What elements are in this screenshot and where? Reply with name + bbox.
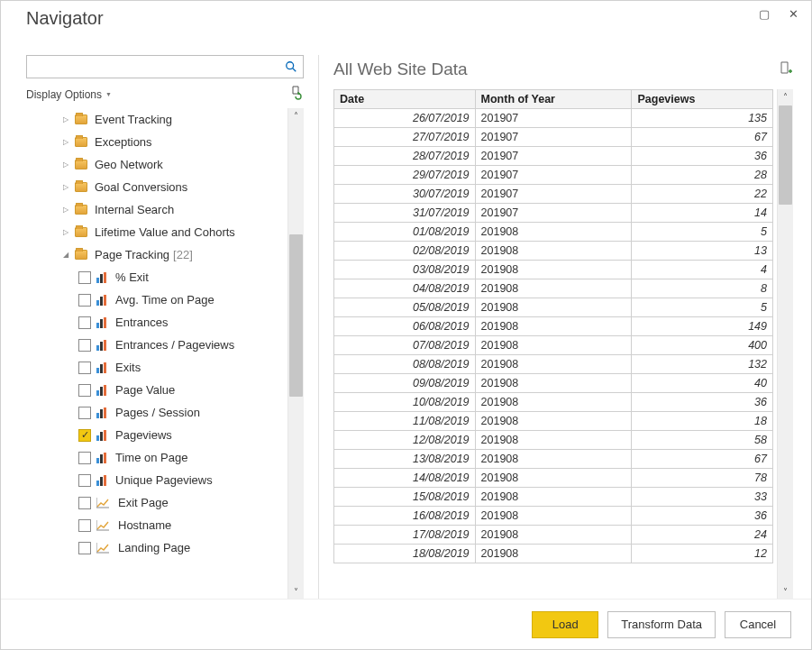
tree-folder[interactable]: ▷Goal Conversions <box>26 176 284 198</box>
cell-month: 201907 <box>475 166 632 185</box>
table-row[interactable]: 11/08/201920190818 <box>334 412 773 431</box>
tree-leaf[interactable]: % Exit <box>26 266 284 288</box>
checkbox[interactable]: ✓ <box>78 429 91 442</box>
bar-chart-icon <box>96 430 106 441</box>
table-row[interactable]: 12/08/201920190858 <box>334 431 773 450</box>
table-row[interactable]: 05/08/20192019085 <box>334 298 773 317</box>
folder-icon <box>75 137 87 147</box>
display-options[interactable]: Display Options ▼ <box>26 86 304 103</box>
tree-leaf[interactable]: Entrances / Pageviews <box>26 334 284 356</box>
maximize-icon[interactable]: ▢ <box>753 5 775 23</box>
tree-folder-page-tracking[interactable]: ◢Page Tracking[22] <box>26 243 284 266</box>
add-column-icon[interactable] <box>779 61 793 78</box>
checkbox[interactable] <box>78 497 91 509</box>
expand-icon[interactable]: ▷ <box>60 183 71 191</box>
table-row[interactable]: 26/07/2019201907135 <box>334 109 773 128</box>
table-row[interactable]: 10/08/201920190836 <box>334 393 773 412</box>
bar-chart-icon <box>96 385 106 396</box>
checkbox[interactable] <box>78 271 91 284</box>
folder-icon <box>75 250 87 260</box>
tree-leaf[interactable]: Avg. Time on Page <box>26 288 284 311</box>
search-icon[interactable] <box>279 56 303 78</box>
cell-date: 08/08/2019 <box>334 355 476 374</box>
col-date[interactable]: Date <box>334 90 476 109</box>
tree-leaf[interactable]: Time on Page <box>26 446 284 469</box>
tree-folder[interactable]: ▷Internal Search <box>26 198 284 221</box>
table-row[interactable]: 28/07/201920190736 <box>334 147 773 166</box>
close-icon[interactable]: ✕ <box>782 5 804 23</box>
scroll-thumb[interactable] <box>779 105 792 205</box>
expand-icon[interactable]: ▷ <box>60 228 71 236</box>
checkbox[interactable] <box>78 362 91 374</box>
table-row[interactable]: 17/08/201920190824 <box>334 526 773 545</box>
expand-icon[interactable]: ▷ <box>60 206 71 214</box>
expand-icon[interactable]: ▷ <box>60 138 71 146</box>
checkbox[interactable] <box>78 316 91 329</box>
scroll-down-icon[interactable]: ˅ <box>778 584 793 599</box>
search-box[interactable] <box>26 55 304 78</box>
tree-leaf[interactable]: Exits <box>26 356 284 379</box>
scroll-up-icon[interactable]: ˄ <box>288 108 304 123</box>
tree-leaf[interactable]: Hostname <box>26 514 284 536</box>
table-row[interactable]: 01/08/20192019085 <box>334 223 773 242</box>
table-row[interactable]: 04/08/20192019088 <box>334 279 773 298</box>
bar-chart-icon <box>96 340 106 351</box>
checkbox[interactable] <box>78 407 91 419</box>
col-pageviews[interactable]: Pageviews <box>632 90 773 109</box>
table-row[interactable]: 27/07/201920190767 <box>334 128 773 147</box>
cell-month: 201908 <box>475 393 632 412</box>
checkbox[interactable] <box>78 294 91 307</box>
table-row[interactable]: 03/08/20192019084 <box>334 261 773 279</box>
table-row[interactable]: 18/08/201920190812 <box>334 545 773 563</box>
tree-leaf[interactable]: Page Value <box>26 379 284 401</box>
tree-leaf[interactable]: ✓Pageviews <box>26 424 284 446</box>
checkbox[interactable] <box>78 474 91 487</box>
expand-icon[interactable]: ▷ <box>60 160 71 169</box>
load-button[interactable]: Load <box>532 611 598 638</box>
checkbox[interactable] <box>78 384 91 397</box>
tree-item-label: Landing Page <box>118 541 190 554</box>
cancel-button[interactable]: Cancel <box>725 611 791 638</box>
tree-folder[interactable]: ▷Exceptions <box>26 131 284 153</box>
table-row[interactable]: 15/08/201920190833 <box>334 488 773 507</box>
cell-pageviews: 5 <box>632 298 773 317</box>
scroll-up-icon[interactable]: ˄ <box>778 89 793 104</box>
tree-leaf[interactable]: Exit Page <box>26 491 284 514</box>
scroll-down-icon[interactable]: ˅ <box>288 584 304 599</box>
checkbox[interactable] <box>78 452 91 464</box>
table-row[interactable]: 07/08/2019201908400 <box>334 336 773 355</box>
preview-title: All Web Site Data <box>333 60 468 79</box>
tree-folder[interactable]: ▷Event Tracking <box>26 108 284 131</box>
tree-folder[interactable]: ▷Geo Network <box>26 153 284 176</box>
table-row[interactable]: 13/08/201920190867 <box>334 450 773 469</box>
table-row[interactable]: 06/08/2019201908149 <box>334 317 773 336</box>
cell-pageviews: 24 <box>632 526 773 545</box>
tree-scrollbar[interactable]: ˄ ˅ <box>287 108 304 599</box>
table-scrollbar[interactable]: ˄ ˅ <box>777 89 793 599</box>
search-input[interactable] <box>27 56 279 78</box>
tree-leaf[interactable]: Pages / Session <box>26 401 284 424</box>
cell-month: 201908 <box>475 336 632 355</box>
tree-leaf[interactable]: Entrances <box>26 311 284 334</box>
table-row[interactable]: 30/07/201920190722 <box>334 185 773 204</box>
expand-icon[interactable]: ▷ <box>60 115 71 124</box>
table-row[interactable]: 09/08/201920190840 <box>334 374 773 393</box>
tree-leaf[interactable]: Unique Pageviews <box>26 469 284 491</box>
table-row[interactable]: 31/07/201920190714 <box>334 204 773 223</box>
table-row[interactable]: 14/08/201920190878 <box>334 469 773 488</box>
col-month[interactable]: Month of Year <box>475 90 632 109</box>
checkbox[interactable] <box>78 519 91 532</box>
table-row[interactable]: 08/08/2019201908132 <box>334 355 773 374</box>
collapse-icon[interactable]: ◢ <box>60 251 71 259</box>
scroll-thumb[interactable] <box>289 234 303 397</box>
transform-data-button[interactable]: Transform Data <box>607 611 716 638</box>
cell-pageviews: 36 <box>632 393 773 412</box>
refresh-icon[interactable] <box>289 86 304 103</box>
table-row[interactable]: 29/07/201920190728 <box>334 166 773 185</box>
checkbox[interactable] <box>78 542 91 554</box>
tree-leaf[interactable]: Landing Page <box>26 536 284 559</box>
table-row[interactable]: 02/08/201920190813 <box>334 242 773 261</box>
tree-folder[interactable]: ▷Lifetime Value and Cohorts <box>26 221 284 243</box>
table-row[interactable]: 16/08/201920190836 <box>334 507 773 526</box>
checkbox[interactable] <box>78 339 91 352</box>
